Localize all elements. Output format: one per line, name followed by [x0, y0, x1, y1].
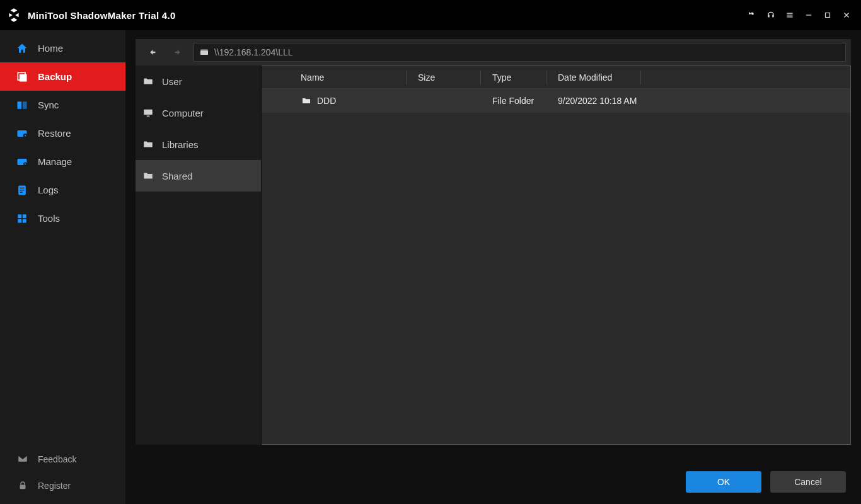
sidebar-item-label: Feedback: [38, 454, 76, 464]
svg-rect-15: [18, 214, 21, 218]
sidebar-item-manage[interactable]: Manage: [0, 147, 125, 176]
svg-rect-21: [200, 49, 208, 50]
location-label: Shared: [162, 171, 192, 181]
sidebar-item-label: Backup: [38, 71, 72, 82]
home-icon: [15, 42, 29, 55]
svg-rect-19: [20, 485, 26, 490]
logs-icon: [15, 183, 29, 197]
pathbar: \\192.168.1.204\LLL: [136, 39, 851, 66]
restore-icon: [15, 127, 29, 140]
svg-rect-22: [144, 110, 153, 115]
sidebar-feedback[interactable]: Feedback: [0, 446, 125, 472]
svg-rect-23: [147, 116, 150, 117]
computer-icon: [142, 106, 154, 119]
sidebar-item-label: Manage: [38, 156, 72, 167]
shared-icon: [142, 169, 154, 182]
location-shared[interactable]: Shared: [136, 160, 261, 192]
file-rows: DDD File Folder 9/20/2022 10:18 AM: [262, 89, 850, 444]
folder-user-icon: [142, 75, 154, 88]
svg-rect-0: [806, 14, 811, 15]
sidebar-item-label: Sync: [38, 100, 59, 110]
backup-icon: [15, 70, 29, 84]
sidebar-item-label: Tools: [38, 213, 60, 224]
sidebar-item-backup[interactable]: Backup: [0, 62, 125, 91]
location-computer[interactable]: Computer: [136, 97, 261, 129]
svg-rect-4: [18, 101, 22, 109]
path-text: \\192.168.1.204\LLL: [214, 47, 293, 57]
svg-rect-12: [20, 187, 25, 188]
menu-icon[interactable]: [780, 0, 799, 30]
file-date: 9/20/2022 10:18 AM: [546, 96, 654, 106]
sync-icon: [15, 98, 29, 112]
column-type[interactable]: Type: [481, 71, 546, 84]
svg-rect-20: [200, 50, 208, 55]
svg-rect-13: [20, 190, 25, 190]
sidebar-register[interactable]: Register: [0, 472, 125, 499]
sidebar: Home Backup Sync Restore Manage Logs: [0, 30, 125, 504]
sidebar-item-label: Restore: [38, 128, 71, 139]
column-date[interactable]: Date Modified: [546, 71, 641, 84]
sidebar-item-logs[interactable]: Logs: [0, 176, 125, 204]
location-label: Libraries: [162, 139, 199, 150]
libraries-icon: [142, 138, 154, 151]
browse-panel: \\192.168.1.204\LLL User Computer: [136, 39, 851, 445]
sidebar-item-sync[interactable]: Sync: [0, 91, 125, 119]
location-label: Computer: [162, 108, 204, 118]
location-libraries[interactable]: Libraries: [136, 129, 261, 160]
manage-icon: [15, 155, 29, 169]
sidebar-item-home[interactable]: Home: [0, 34, 125, 62]
maximize-button[interactable]: [818, 0, 837, 30]
svg-rect-1: [826, 13, 830, 18]
feedback-icon: [16, 453, 29, 466]
file-name: DDD: [317, 96, 336, 106]
content-area: \\192.168.1.204\LLL User Computer: [125, 30, 861, 504]
path-input[interactable]: \\192.168.1.204\LLL: [194, 43, 846, 62]
folder-icon: [301, 96, 312, 106]
nav-back-button[interactable]: [141, 39, 163, 66]
svg-rect-3: [20, 74, 27, 81]
svg-rect-16: [23, 214, 26, 218]
drive-icon: [199, 47, 209, 57]
sidebar-item-label: Home: [38, 43, 63, 54]
nav-forward-button[interactable]: [167, 39, 190, 66]
column-size[interactable]: Size: [407, 71, 481, 84]
lock-icon: [16, 479, 29, 492]
svg-point-10: [25, 163, 26, 164]
sidebar-item-label: Register: [38, 481, 71, 491]
cancel-button[interactable]: Cancel: [770, 471, 846, 493]
svg-rect-17: [18, 219, 21, 222]
file-list-pane: Name Size Type Date Modified DDD: [262, 66, 851, 445]
minimize-button[interactable]: [799, 0, 818, 30]
app-title: MiniTool ShadowMaker Trial 4.0: [28, 10, 176, 21]
location-pane: User Computer Libraries Shared: [136, 66, 262, 445]
tools-icon: [15, 212, 29, 226]
headphones-icon[interactable]: [761, 0, 780, 30]
svg-rect-5: [23, 101, 27, 109]
location-label: User: [162, 76, 182, 87]
file-row[interactable]: DDD File Folder 9/20/2022 10:18 AM: [262, 89, 850, 113]
ok-button[interactable]: OK: [686, 471, 761, 493]
sidebar-item-tools[interactable]: Tools: [0, 204, 125, 232]
titlebar: MiniTool ShadowMaker Trial 4.0: [0, 0, 861, 30]
location-user[interactable]: User: [136, 66, 261, 97]
app-logo-icon: [5, 6, 23, 24]
sidebar-item-restore[interactable]: Restore: [0, 119, 125, 147]
sidebar-item-label: Logs: [38, 185, 59, 195]
column-header: Name Size Type Date Modified: [262, 66, 850, 89]
button-bar: OK Cancel: [686, 471, 846, 493]
svg-rect-18: [23, 219, 26, 222]
key-icon[interactable]: [743, 0, 761, 30]
svg-rect-14: [20, 192, 23, 192]
close-button[interactable]: [837, 0, 856, 30]
column-name[interactable]: Name: [289, 71, 407, 84]
file-type: File Folder: [481, 96, 546, 106]
